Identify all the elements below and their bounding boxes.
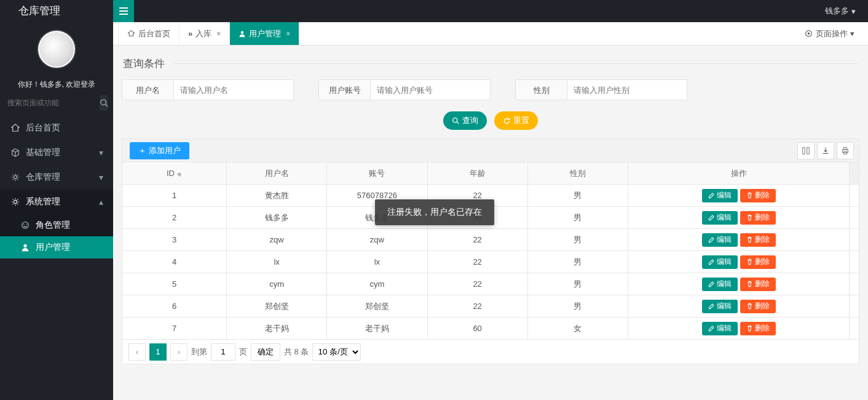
delete-button[interactable]: 删除 (740, 189, 776, 202)
table-toolbar: ＋ 添加用户 (122, 138, 859, 162)
goto-prefix: 到第 (191, 346, 207, 358)
chevron-down-icon: ▾ (99, 172, 103, 182)
cell-username: 黄杰胜 (227, 185, 327, 207)
svg-rect-13 (803, 147, 805, 154)
pager: ‹ 1 › 到第 页 确定 共 8 条 10 条/页 (122, 340, 859, 364)
search-button[interactable] (100, 95, 108, 111)
export-button[interactable] (817, 142, 834, 159)
download-icon (821, 146, 830, 155)
username-input[interactable] (174, 79, 294, 100)
svg-point-0 (101, 100, 106, 105)
user-menu[interactable]: 钱多多 ▾ (813, 0, 868, 22)
edit-button[interactable]: 编辑 (702, 233, 738, 247)
cell-id: 6 (122, 295, 227, 318)
scroll-cell (850, 251, 859, 273)
button-label: 添加用户 (149, 145, 181, 156)
tab-home[interactable]: 后台首页 (118, 22, 180, 45)
edit-button[interactable]: 编辑 (702, 189, 738, 202)
cell-ops: 编辑删除 (628, 185, 850, 207)
welcome-text: 你好！钱多多, 欢迎登录 (0, 79, 113, 90)
button-label: 重置 (513, 115, 529, 126)
tab-inbound[interactable]: » 入库 × (180, 22, 230, 45)
trash-icon (746, 325, 753, 332)
close-icon[interactable]: × (216, 30, 221, 38)
button-label: 查询 (462, 115, 478, 126)
delete-button[interactable]: 删除 (740, 233, 776, 247)
sidebar: 你好！钱多多, 欢迎登录 后台首页 基础管理 ▾ 仓库管理 ▾ 系统管理 (0, 22, 113, 400)
delete-button[interactable]: 删除 (740, 255, 776, 269)
svg-rect-14 (807, 147, 810, 154)
edit-icon (708, 303, 715, 310)
add-user-button[interactable]: ＋ 添加用户 (130, 142, 189, 159)
cell-age: 22 (427, 251, 527, 273)
delete-button[interactable]: 删除 (740, 300, 776, 313)
trash-icon (746, 258, 753, 265)
sidebar-item-system[interactable]: 系统管理 ▴ (0, 190, 113, 214)
page-ops-menu[interactable]: 页面操作 ▾ (805, 22, 863, 45)
scroll-cell (850, 273, 859, 295)
goto-confirm-button[interactable]: 确定 (251, 343, 280, 361)
edit-button[interactable]: 编辑 (702, 211, 738, 225)
columns-button[interactable] (797, 142, 815, 159)
filter-account: 用户账号 (318, 79, 491, 100)
cell-username: 钱多多 (227, 207, 327, 229)
edit-icon (708, 236, 715, 243)
sidebar-item-home[interactable]: 后台首页 (0, 116, 113, 140)
sidebar-item-warehouse[interactable]: 仓库管理 ▾ (0, 165, 113, 190)
home-icon (10, 124, 21, 132)
next-page-button[interactable]: › (170, 343, 187, 361)
face-icon (20, 221, 31, 230)
gear-icon (10, 173, 21, 182)
sidebar-item-role[interactable]: 角色管理 (0, 214, 113, 236)
filter-label: 用户名 (122, 79, 174, 100)
reset-button[interactable]: 重置 (494, 111, 538, 130)
cell-id: 5 (122, 273, 227, 295)
cube-icon (10, 148, 21, 157)
search-button[interactable]: 查询 (443, 111, 487, 130)
sidebar-item-base[interactable]: 基础管理 ▾ (0, 140, 113, 165)
edit-icon (708, 214, 715, 221)
th-username: 用户名 (227, 162, 327, 185)
edit-icon (708, 281, 715, 287)
edit-icon (708, 325, 715, 332)
table-row: 5cymcym22男编辑删除 (122, 273, 859, 295)
svg-line-1 (106, 105, 108, 107)
sidebar-toggle-button[interactable] (113, 0, 134, 22)
svg-point-3 (14, 200, 17, 203)
trash-icon (746, 303, 753, 310)
delete-button[interactable]: 删除 (740, 322, 776, 335)
edit-button[interactable]: 编辑 (702, 300, 738, 313)
tabs-spacer (299, 22, 805, 45)
page-size-select[interactable]: 10 条/页 (312, 343, 361, 361)
gender-input[interactable] (567, 79, 687, 100)
table-row: 6郑创坚郑创坚22男编辑删除 (122, 295, 859, 318)
filter-gender: 性别 (515, 79, 687, 100)
delete-button[interactable]: 删除 (740, 211, 776, 225)
edit-button[interactable]: 编辑 (702, 322, 738, 335)
edit-button[interactable]: 编辑 (702, 255, 738, 269)
svg-line-12 (457, 122, 459, 124)
gear-icon (10, 198, 21, 206)
page-number-button[interactable]: 1 (149, 343, 167, 361)
cell-ops: 编辑删除 (628, 273, 850, 295)
cell-age: 22 (427, 229, 527, 251)
delete-button[interactable]: 删除 (740, 278, 776, 291)
account-input[interactable] (371, 79, 491, 100)
sidebar-item-label: 后台首页 (26, 122, 60, 134)
svg-point-2 (14, 175, 17, 178)
avatar[interactable] (38, 31, 75, 68)
th-id[interactable]: ID◆ (122, 162, 227, 185)
target-icon (805, 30, 813, 38)
tab-user-mgmt[interactable]: 用户管理 × (230, 22, 299, 45)
close-icon[interactable]: × (286, 30, 290, 38)
search-input[interactable] (7, 95, 100, 111)
edit-button[interactable]: 编辑 (702, 278, 738, 291)
goto-page-input[interactable] (211, 343, 235, 361)
cell-username: cym (227, 273, 327, 295)
topbar-spacer (134, 0, 813, 22)
print-button[interactable] (837, 142, 854, 159)
sidebar-item-user[interactable]: 用户管理 (0, 236, 113, 258)
scroll-cell (850, 229, 859, 251)
prev-page-button[interactable]: ‹ (128, 343, 146, 361)
users-table: ID◆ 用户名 账号 年龄 性别 操作 1黄杰胜57607872622男编辑删除… (122, 162, 859, 340)
